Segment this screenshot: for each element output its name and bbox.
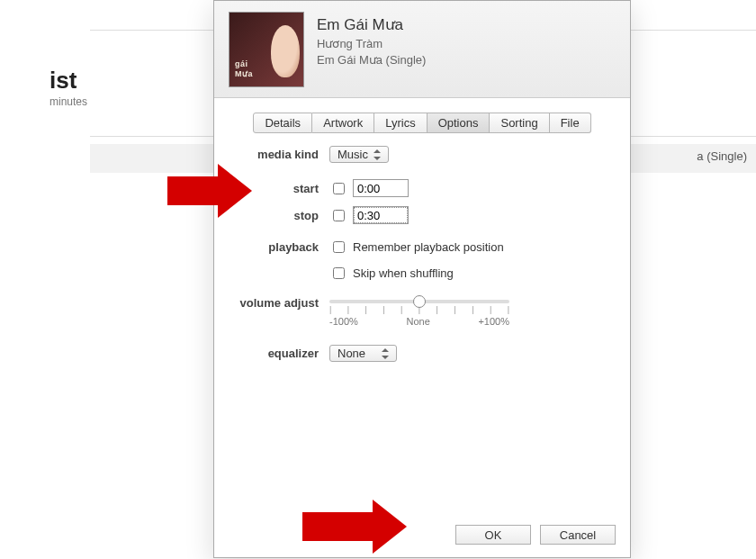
start-label: start [238,182,329,195]
volume-slider[interactable]: ||||||||||| -100% None +100% [329,300,509,327]
tab-options[interactable]: Options [428,113,490,133]
media-kind-label: media kind [238,148,329,161]
bg-title-fragment: ist [50,67,76,95]
slider-thumb-icon[interactable] [413,295,426,308]
skip-shuffling-label: Skip when shuffling [353,266,454,280]
tab-bar: Details Artwork Lyrics Options Sorting F… [214,105,630,133]
volume-min-label: -100% [329,316,358,327]
dialog-header: gái Mưa Em Gái Mưa Hương Tràm Em Gái Mưa… [214,1,630,98]
chevron-updown-icon [374,149,382,160]
album-art: gái Mưa [229,12,304,87]
volume-mid-label: None [406,316,429,327]
start-checkbox[interactable] [333,183,345,194]
equalizer-select[interactable]: None [329,345,397,362]
media-kind-select[interactable]: Music [329,146,389,163]
chevron-updown-icon [382,348,391,359]
stop-checkbox[interactable] [333,210,345,221]
stop-label: stop [238,209,329,222]
media-kind-value: Music [338,148,368,161]
song-artist: Hương Tràm [317,36,426,52]
options-form: media kind Music start stop [214,133,630,516]
equalizer-value: None [338,347,365,360]
tab-details[interactable]: Details [253,113,312,133]
tab-file[interactable]: File [550,113,591,133]
tab-artwork[interactable]: Artwork [312,113,374,133]
song-album: Em Gái Mưa (Single) [317,52,426,68]
volume-adjust-label: volume adjust [238,294,329,310]
cancel-button[interactable]: Cancel [540,525,616,545]
ok-button[interactable]: OK [455,525,531,545]
song-title: Em Gái Mưa [317,15,426,34]
remember-position-checkbox[interactable] [333,241,345,253]
bg-track-row-album-fragment: a (Single) [697,149,747,163]
dialog-footer: OK Cancel [214,516,630,557]
remember-position-label: Remember playback position [353,240,504,254]
equalizer-label: equalizer [238,347,329,360]
stop-time-input[interactable] [353,206,409,224]
bg-subtitle-fragment: minutes [50,95,87,108]
tab-lyrics[interactable]: Lyrics [374,113,427,133]
start-time-input[interactable] [353,179,409,197]
volume-max-label: +100% [478,316,509,327]
skip-shuffling-checkbox[interactable] [333,267,345,279]
playback-label: playback [238,240,329,254]
tab-sorting[interactable]: Sorting [490,113,549,133]
song-info-dialog: gái Mưa Em Gái Mưa Hương Tràm Em Gái Mưa… [213,0,631,558]
